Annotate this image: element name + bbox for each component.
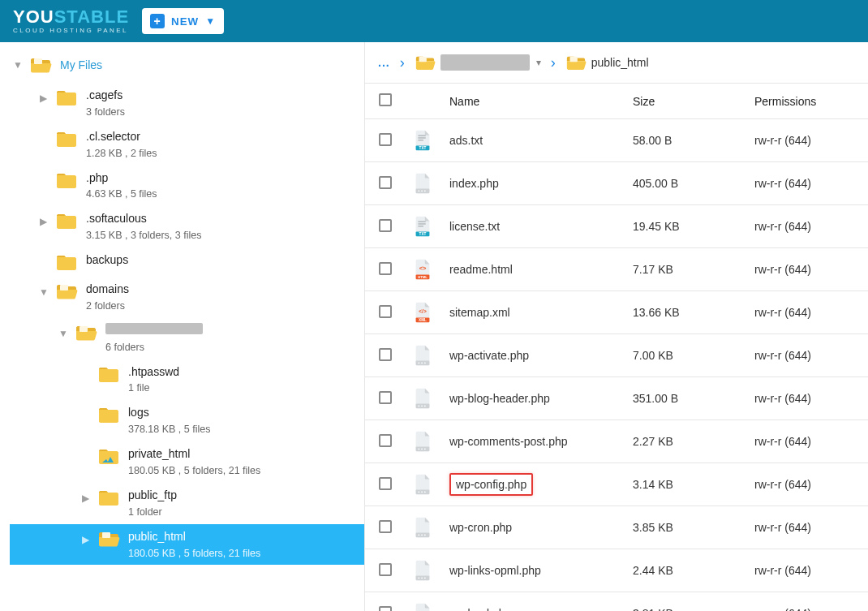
file-size: 3.81 KB bbox=[625, 592, 746, 612]
tree-item-meta: 3 folders bbox=[86, 105, 125, 119]
column-header-size[interactable]: Size bbox=[625, 84, 746, 119]
file-name[interactable]: wp-blog-header.php bbox=[449, 392, 550, 405]
file-name[interactable]: wp-comments-post.php bbox=[449, 435, 568, 448]
file-row[interactable]: wp-links-opml.php2.44 KBrw-r-r (644) bbox=[365, 549, 868, 592]
file-name[interactable]: ads.txt bbox=[449, 134, 483, 147]
file-php-icon bbox=[414, 344, 432, 367]
tree-item-meta: 180.05 KB , 5 folders, 21 files bbox=[128, 464, 260, 478]
tree-item-logs[interactable]: logs378.18 KB , 5 files bbox=[10, 400, 364, 441]
folder-icon bbox=[97, 488, 120, 507]
file-permissions: rw-r-r (644) bbox=[746, 205, 868, 248]
file-permissions: rw-r-r (644) bbox=[746, 463, 868, 506]
tree-root-my-files[interactable]: ▼ My Files bbox=[10, 52, 364, 83]
row-checkbox[interactable] bbox=[379, 563, 392, 576]
file-row[interactable]: wp-comments-post.php2.27 KBrw-r-r (644) bbox=[365, 420, 868, 463]
file-row[interactable]: ads.txt58.00 Brw-r-r (644) bbox=[365, 119, 868, 162]
tree-item--cl-selector[interactable]: .cl.selector1.28 KB , 2 files bbox=[10, 124, 364, 166]
file-row[interactable]: wp-load.php3.81 KBrw-r-r (644) bbox=[365, 592, 868, 612]
tree-item--softaculous[interactable]: ▶.softaculous3.15 KB , 3 folders, 3 file… bbox=[10, 206, 364, 247]
file-xml-icon bbox=[414, 301, 432, 324]
file-table-scroll[interactable]: Name Size Permissions ads.txt58.00 Brw-r… bbox=[365, 83, 868, 611]
row-checkbox[interactable] bbox=[379, 434, 392, 447]
chevron-down-icon[interactable]: ▾ bbox=[535, 57, 541, 68]
tree-item-meta: 3.15 KB , 3 folders, 3 files bbox=[86, 229, 201, 243]
tree-item-label: domains bbox=[86, 282, 129, 297]
file-row[interactable]: wp-blog-header.php351.00 Brw-r-r (644) bbox=[365, 377, 868, 420]
tree-item-redacted[interactable]: ▼6 folders bbox=[10, 318, 364, 359]
file-row[interactable]: wp-config.php3.14 KBrw-r-r (644) bbox=[365, 463, 868, 506]
tree-item-backups[interactable]: backups bbox=[10, 247, 364, 277]
tree-item--cagefs[interactable]: ▶.cagefs3 folders bbox=[10, 83, 364, 124]
file-size: 405.00 B bbox=[625, 162, 746, 205]
breadcrumb-ellipsis[interactable]: ... bbox=[378, 56, 390, 69]
row-checkbox[interactable] bbox=[379, 348, 392, 361]
file-row[interactable]: license.txt19.45 KBrw-r-r (644) bbox=[365, 205, 868, 248]
tree-item-label: backups bbox=[86, 252, 128, 268]
file-size: 13.66 KB bbox=[625, 291, 746, 334]
logo-text-prefix: YOU bbox=[13, 6, 54, 27]
chevron-right-icon[interactable]: ▶ bbox=[39, 211, 47, 227]
file-row[interactable]: index.php405.00 Brw-r-r (644) bbox=[365, 162, 868, 205]
logo-tagline: CLOUD HOSTING PANEL bbox=[13, 28, 129, 34]
row-checkbox[interactable] bbox=[379, 391, 392, 404]
chevron-down-icon[interactable]: ▼ bbox=[13, 59, 21, 71]
brand-logo[interactable]: YOUSTABLE CLOUD HOSTING PANEL bbox=[13, 8, 129, 34]
file-txt-icon bbox=[414, 215, 432, 238]
file-row[interactable]: wp-activate.php7.00 KBrw-r-r (644) bbox=[365, 334, 868, 377]
row-checkbox[interactable] bbox=[379, 219, 392, 232]
file-html-icon bbox=[414, 258, 432, 281]
file-size: 7.00 KB bbox=[625, 334, 746, 377]
tree-item-label: .htpasswd bbox=[128, 364, 179, 380]
chevron-down-icon[interactable]: ▼ bbox=[39, 282, 47, 298]
chevron-down-icon[interactable]: ▼ bbox=[58, 323, 67, 339]
file-row[interactable]: sitemap.xml13.66 KBrw-r-r (644) bbox=[365, 291, 868, 334]
tree-item-public-html[interactable]: ▶public_html180.05 KB , 5 folders, 21 fi… bbox=[10, 524, 364, 566]
file-name[interactable]: wp-config.php bbox=[449, 473, 533, 496]
checkbox-icon[interactable] bbox=[379, 93, 392, 106]
file-name[interactable]: index.php bbox=[449, 177, 499, 190]
row-checkbox[interactable] bbox=[379, 305, 392, 318]
folder-open-icon bbox=[415, 54, 436, 71]
new-button-label: NEW bbox=[171, 15, 199, 28]
breadcrumb-label: public_html bbox=[591, 56, 649, 69]
column-header-permissions[interactable]: Permissions bbox=[746, 84, 868, 119]
column-header-name[interactable]: Name bbox=[441, 84, 625, 119]
folder-open-icon bbox=[55, 282, 78, 301]
tree-item-label: .softaculous bbox=[86, 211, 201, 226]
row-checkbox[interactable] bbox=[379, 606, 392, 612]
folder-icon bbox=[55, 170, 78, 190]
file-name[interactable]: wp-load.php bbox=[449, 607, 511, 611]
breadcrumb-item-domain[interactable]: ▾ bbox=[415, 54, 541, 71]
file-php-icon bbox=[414, 430, 432, 453]
file-permissions: rw-r-r (644) bbox=[746, 420, 868, 463]
file-permissions: rw-r-r (644) bbox=[746, 291, 868, 334]
chevron-right-icon[interactable]: ▶ bbox=[81, 488, 89, 504]
file-name[interactable]: wp-cron.php bbox=[449, 521, 512, 534]
file-row[interactable]: wp-cron.php3.85 KBrw-r-r (644) bbox=[365, 506, 868, 549]
tree-item-label: .cl.selector bbox=[86, 129, 157, 144]
file-size: 19.45 KB bbox=[625, 205, 746, 248]
row-checkbox[interactable] bbox=[379, 133, 392, 146]
tree-item--php[interactable]: .php4.63 KB , 5 files bbox=[10, 166, 364, 207]
new-button[interactable]: + NEW ▼ bbox=[142, 8, 224, 34]
file-name[interactable]: license.txt bbox=[449, 220, 500, 233]
file-row[interactable]: readme.html7.17 KBrw-r-r (644) bbox=[365, 248, 868, 291]
tree-item-domains[interactable]: ▼domains2 folders bbox=[10, 277, 364, 318]
breadcrumb-item-public-html[interactable]: public_html bbox=[565, 54, 649, 71]
row-checkbox[interactable] bbox=[379, 520, 392, 533]
file-name[interactable]: readme.html bbox=[449, 263, 513, 276]
row-checkbox[interactable] bbox=[379, 477, 392, 490]
arrow-spacer bbox=[39, 252, 47, 257]
chevron-right-icon[interactable]: ▶ bbox=[39, 88, 47, 104]
file-name[interactable]: wp-links-opml.php bbox=[449, 564, 541, 577]
tree-item-private-html[interactable]: private_html180.05 KB , 5 folders, 21 fi… bbox=[10, 441, 364, 483]
app-header: YOUSTABLE CLOUD HOSTING PANEL + NEW ▼ bbox=[0, 0, 868, 42]
row-checkbox[interactable] bbox=[379, 262, 392, 275]
tree-item-public-ftp[interactable]: ▶public_ftp1 folder bbox=[10, 483, 364, 524]
file-name[interactable]: wp-activate.php bbox=[449, 349, 529, 362]
tree-item--htpasswd[interactable]: .htpasswd1 file bbox=[10, 359, 364, 401]
row-checkbox[interactable] bbox=[379, 176, 392, 189]
column-header-checkbox[interactable] bbox=[365, 84, 406, 119]
file-name[interactable]: sitemap.xml bbox=[449, 306, 510, 319]
chevron-right-icon[interactable]: ▶ bbox=[81, 529, 89, 545]
